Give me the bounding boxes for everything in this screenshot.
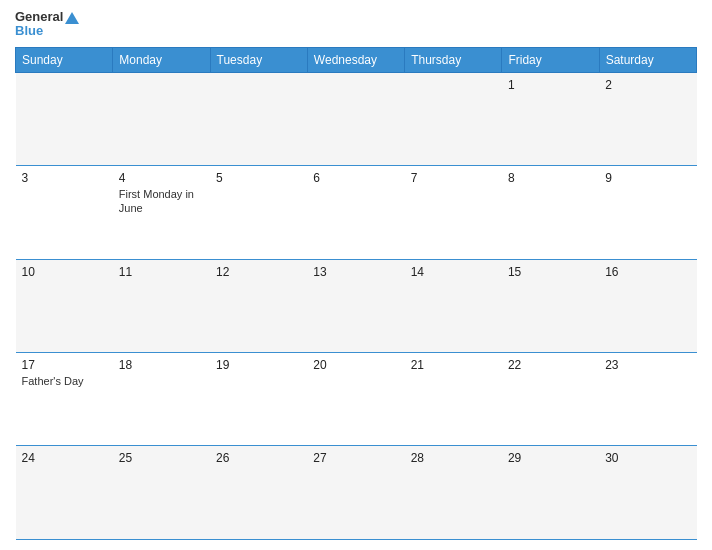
calendar-cell: [113, 72, 210, 165]
calendar-cell: 2: [599, 72, 696, 165]
calendar-cell: 28: [405, 446, 502, 540]
day-number: 19: [216, 358, 301, 372]
day-number: 14: [411, 265, 496, 279]
day-number: 20: [313, 358, 398, 372]
calendar-cell: 18: [113, 353, 210, 446]
day-number: 3: [22, 171, 107, 185]
logo-general-text: General: [15, 10, 79, 24]
page-header: General Blue: [15, 10, 697, 39]
calendar-cell: 23: [599, 353, 696, 446]
calendar-cell: 26: [210, 446, 307, 540]
calendar-cell: 13: [307, 259, 404, 352]
calendar-cell: 29: [502, 446, 599, 540]
day-number: 6: [313, 171, 398, 185]
day-number: 8: [508, 171, 593, 185]
day-number: 28: [411, 451, 496, 465]
calendar-cell: 6: [307, 166, 404, 259]
day-number: 30: [605, 451, 690, 465]
calendar-cell: 25: [113, 446, 210, 540]
day-number: 22: [508, 358, 593, 372]
weekday-header-thursday: Thursday: [405, 47, 502, 72]
day-number: 13: [313, 265, 398, 279]
calendar-cell: 21: [405, 353, 502, 446]
calendar-week-row: 34First Monday in June56789: [16, 166, 697, 259]
day-number: 26: [216, 451, 301, 465]
calendar-week-row: 17Father's Day181920212223: [16, 353, 697, 446]
calendar-cell: 3: [16, 166, 113, 259]
calendar-cell: 24: [16, 446, 113, 540]
calendar-cell: 8: [502, 166, 599, 259]
day-number: 17: [22, 358, 107, 372]
logo-triangle-icon: [65, 12, 79, 24]
calendar-cell: [405, 72, 502, 165]
day-number: 24: [22, 451, 107, 465]
calendar-cell: 11: [113, 259, 210, 352]
calendar-cell: 16: [599, 259, 696, 352]
calendar-cell: 17Father's Day: [16, 353, 113, 446]
calendar-cell: 19: [210, 353, 307, 446]
calendar-table: SundayMondayTuesdayWednesdayThursdayFrid…: [15, 47, 697, 540]
day-number: 9: [605, 171, 690, 185]
calendar-cell: 5: [210, 166, 307, 259]
calendar-cell: [16, 72, 113, 165]
weekday-header-row: SundayMondayTuesdayWednesdayThursdayFrid…: [16, 47, 697, 72]
calendar-week-row: 24252627282930: [16, 446, 697, 540]
day-number: 11: [119, 265, 204, 279]
logo-blue-text: Blue: [15, 24, 79, 38]
calendar-cell: 12: [210, 259, 307, 352]
day-number: 7: [411, 171, 496, 185]
calendar-cell: 10: [16, 259, 113, 352]
calendar-cell: [307, 72, 404, 165]
calendar-cell: 4First Monday in June: [113, 166, 210, 259]
day-number: 18: [119, 358, 204, 372]
calendar-cell: 14: [405, 259, 502, 352]
day-number: 27: [313, 451, 398, 465]
calendar-cell: 22: [502, 353, 599, 446]
day-number: 15: [508, 265, 593, 279]
day-number: 29: [508, 451, 593, 465]
day-number: 16: [605, 265, 690, 279]
calendar-week-row: 10111213141516: [16, 259, 697, 352]
calendar-cell: 1: [502, 72, 599, 165]
weekday-header-monday: Monday: [113, 47, 210, 72]
day-number: 21: [411, 358, 496, 372]
day-number: 2: [605, 78, 690, 92]
calendar-cell: 20: [307, 353, 404, 446]
calendar-event: First Monday in June: [119, 187, 204, 216]
logo: General Blue: [15, 10, 79, 39]
weekday-header-friday: Friday: [502, 47, 599, 72]
day-number: 10: [22, 265, 107, 279]
weekday-header-sunday: Sunday: [16, 47, 113, 72]
weekday-header-saturday: Saturday: [599, 47, 696, 72]
day-number: 5: [216, 171, 301, 185]
day-number: 1: [508, 78, 593, 92]
day-number: 25: [119, 451, 204, 465]
weekday-header-tuesday: Tuesday: [210, 47, 307, 72]
calendar-cell: 9: [599, 166, 696, 259]
calendar-cell: 7: [405, 166, 502, 259]
calendar-cell: 30: [599, 446, 696, 540]
calendar-week-row: 12: [16, 72, 697, 165]
calendar-cell: 15: [502, 259, 599, 352]
day-number: 23: [605, 358, 690, 372]
day-number: 12: [216, 265, 301, 279]
calendar-cell: [210, 72, 307, 165]
day-number: 4: [119, 171, 204, 185]
calendar-cell: 27: [307, 446, 404, 540]
calendar-event: Father's Day: [22, 374, 107, 388]
weekday-header-wednesday: Wednesday: [307, 47, 404, 72]
